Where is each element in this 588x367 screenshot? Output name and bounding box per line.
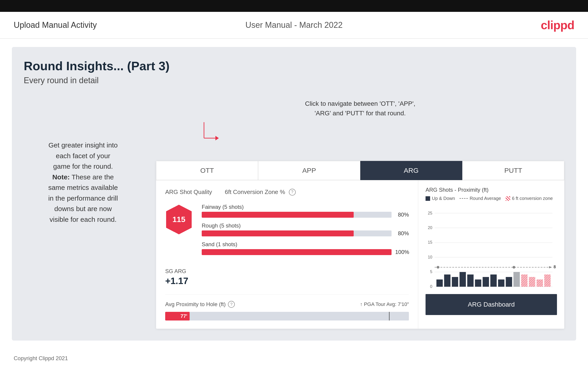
arg-quality-section: ARG Shot Quality 6ft Conversion Zone % ?… (156, 180, 418, 329)
legend-updown: Up & Down (425, 196, 455, 201)
fairway-label: Fairway (5 shots) (202, 204, 409, 210)
fairway-bar: Fairway (5 shots) 80% (202, 204, 409, 218)
upload-manual-activity-link[interactable]: Upload Manual Activity (14, 20, 97, 30)
sand-bar: Sand (1 shots) 100% (202, 241, 409, 255)
bar-5 (467, 275, 474, 287)
rough-track (202, 230, 391, 236)
sg-value: +1.17 (165, 276, 409, 286)
fairway-track (202, 212, 391, 218)
bar-2 (444, 275, 450, 287)
hex-score-row: 115 Fairway (5 shots) (165, 204, 409, 260)
bar-4 (459, 272, 466, 287)
legend-hatch-box (506, 196, 510, 201)
legend-dashed-line (459, 198, 468, 199)
rough-label: Rough (5 shots) (202, 223, 409, 229)
nav-annotation: Click to navigate between 'OTT', 'APP','… (156, 99, 564, 147)
bar-8 (490, 275, 497, 287)
svg-text:10: 10 (428, 255, 432, 259)
avg-dot-mid (512, 266, 515, 268)
pga-avg: ↑ PGA Tour Avg: 7'10" (360, 301, 409, 307)
section-header: ARG Shot Quality 6ft Conversion Zone % ? (165, 189, 409, 196)
proximity-label: Avg Proximity to Hole (ft) ? (165, 301, 235, 308)
proximity-value: 77' (181, 313, 187, 319)
tab-ott[interactable]: OTT (156, 161, 258, 180)
tab-app[interactable]: APP (258, 161, 360, 180)
annotation-text: Click to navigate between 'OTT', 'APP','… (305, 99, 415, 118)
tab-putt[interactable]: PUTT (462, 161, 564, 180)
sand-bar-row: 100% (202, 249, 409, 255)
legend-conversion-zone: 6 ft conversion zone (506, 196, 553, 201)
sg-label: SG ARG (165, 268, 409, 275)
rough-bar-row: 80% (202, 230, 409, 237)
chart-area: 0 5 10 15 20 25 (425, 204, 557, 290)
bar-13-hatch (529, 277, 535, 287)
bar-1 (436, 279, 443, 287)
note-label: Note: (52, 173, 70, 181)
svg-text:15: 15 (428, 240, 432, 245)
main-content: Round Insights... (Part 3) Every round i… (12, 47, 576, 341)
legend-box-updown (425, 196, 430, 201)
avg-dot-start (437, 266, 440, 268)
bar-11 (513, 272, 520, 287)
conversion-bars: Fairway (5 shots) 80% Rou (202, 204, 409, 260)
avg-arrow (549, 266, 552, 268)
card-body: ARG Shot Quality 6ft Conversion Zone % ?… (156, 180, 564, 329)
info-icon[interactable]: ? (289, 189, 296, 196)
bar-14-hatch (537, 279, 543, 287)
arrow-icon (202, 120, 220, 147)
fairway-bar-row: 80% (202, 212, 409, 218)
chart-section: ARG Shots - Proximity (ft) Up & Down Rou… (418, 180, 564, 329)
sand-track (202, 249, 391, 255)
proximity-header: Avg Proximity to Hole (ft) ? ↑ PGA Tour … (165, 301, 409, 308)
top-bar (0, 0, 588, 12)
chart-title: ARG Shots - Proximity (ft) (425, 187, 489, 193)
proximity-info-icon[interactable]: ? (228, 301, 235, 308)
bar-12-hatch (521, 275, 527, 287)
svg-text:5: 5 (430, 269, 432, 274)
proximity-chart: 0 5 10 15 20 25 (425, 204, 557, 290)
bar-9 (498, 279, 504, 287)
chart-header: ARG Shots - Proximity (ft) Up & Down Rou… (425, 187, 557, 201)
proximity-track: 77' (165, 312, 409, 320)
rough-bar: Rough (5 shots) 80% (202, 223, 409, 237)
svg-text:20: 20 (428, 225, 432, 230)
svg-text:8: 8 (553, 265, 556, 269)
tab-arg[interactable]: ARG (360, 161, 462, 180)
clippd-logo: clippd (541, 18, 574, 32)
sand-pct: 100% (395, 249, 409, 255)
sg-arg-section: SG ARG +1.17 (165, 268, 409, 286)
chart-legend: Up & Down Round Average 6 ft conversion … (425, 196, 553, 201)
bar-10 (506, 277, 512, 287)
cursor-indicator (389, 312, 389, 320)
left-panel: Get greater insight into each facet of y… (24, 99, 142, 329)
arg-shot-quality-label: ARG Shot Quality (165, 189, 212, 196)
hex-score: 115 (165, 204, 193, 235)
svg-marker-2 (215, 136, 219, 141)
rough-pct: 80% (395, 230, 409, 237)
sand-label: Sand (1 shots) (202, 241, 409, 248)
footer: Copyright Clippd 2021 (0, 349, 588, 367)
page-title: Round Insights... (Part 3) (24, 59, 564, 73)
conversion-label: 6ft Conversion Zone % (225, 189, 285, 196)
fairway-fill (202, 212, 354, 218)
left-description: Get greater insight into each facet of y… (24, 140, 142, 225)
hexagon-shape: 115 (165, 204, 193, 235)
svg-text:115: 115 (173, 215, 185, 224)
arg-dashboard-button[interactable]: ARG Dashboard (425, 294, 557, 315)
header: Upload Manual Activity User Manual - Mar… (0, 12, 588, 39)
page-subtitle: Every round in detail (24, 76, 564, 85)
tabs: OTT APP ARG PUTT (156, 161, 564, 180)
proximity-fill: 77' (165, 312, 190, 320)
content-wrapper: Get greater insight into each facet of y… (24, 99, 564, 329)
bar-6 (475, 279, 481, 287)
round-insights-card: OTT APP ARG PUTT ARG Shot Quality 6ft Co… (156, 161, 564, 329)
legend-round-avg: Round Average (459, 196, 501, 201)
card-container: Click to navigate between 'OTT', 'APP','… (156, 99, 564, 329)
svg-text:25: 25 (428, 211, 432, 215)
proximity-section: Avg Proximity to Hole (ft) ? ↑ PGA Tour … (165, 294, 409, 320)
svg-text:0: 0 (430, 284, 432, 289)
bar-15-hatch (544, 275, 551, 287)
sand-fill (202, 249, 391, 255)
rough-fill (202, 230, 354, 236)
copyright-text: Copyright Clippd 2021 (14, 355, 68, 361)
